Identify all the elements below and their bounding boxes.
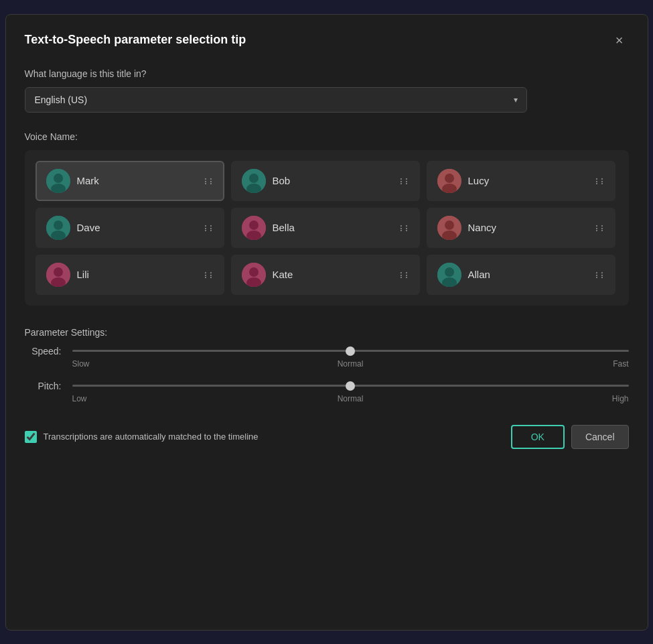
voice-name-allan: Allan — [468, 269, 490, 280]
svg-point-4 — [249, 174, 259, 183]
ok-button[interactable]: OK — [511, 425, 565, 449]
voice-card-allan[interactable]: Allan ⫶⫶ — [427, 255, 615, 295]
speed-label: Speed: — [25, 346, 62, 357]
waveform-icon-allan: ⫶⫶ — [594, 269, 605, 280]
svg-point-19 — [54, 267, 63, 277]
speed-label-slow: Slow — [72, 359, 258, 369]
pitch-label-high: High — [443, 394, 629, 403]
transcription-checkbox-label[interactable]: Transcriptions are automatically matched… — [25, 431, 259, 443]
speed-label-normal: Normal — [258, 359, 443, 369]
svg-point-13 — [249, 220, 259, 230]
param-section-label: Parameter Settings: — [25, 327, 629, 338]
voice-name-lili: Lili — [77, 269, 89, 280]
svg-point-1 — [54, 174, 63, 183]
waveform-icon-lili: ⫶⫶ — [203, 269, 214, 280]
avatar-nancy — [437, 216, 461, 240]
close-button[interactable]: × — [610, 31, 629, 50]
footer-buttons: OK Cancel — [511, 425, 629, 449]
voice-section-label: Voice Name: — [25, 131, 629, 142]
voice-name-nancy: Nancy — [468, 222, 497, 233]
language-select[interactable]: English (US) English (UK) Spanish French… — [25, 87, 527, 113]
voice-card-nancy[interactable]: Nancy ⫶⫶ — [427, 208, 615, 248]
pitch-label-normal: Normal — [258, 394, 443, 403]
voice-name-kate: Kate — [273, 269, 293, 280]
voice-card-bob[interactable]: Bob ⫶⫶ — [231, 161, 420, 201]
voice-name-bob: Bob — [273, 175, 291, 186]
waveform-icon-bob: ⫶⫶ — [398, 176, 409, 186]
voice-card-lili[interactable]: Lili ⫶⫶ — [35, 255, 224, 295]
tts-dialog: Text-to-Speech parameter selection tip ×… — [5, 14, 648, 631]
voice-name-lucy: Lucy — [468, 175, 490, 186]
language-label: What language is this title in? — [25, 68, 629, 79]
avatar-kate — [242, 263, 266, 287]
voice-grid: Mark ⫶⫶ Bob ⫶⫶ — [35, 161, 618, 295]
avatar-allan — [437, 263, 461, 287]
voice-name-mark: Mark — [77, 175, 99, 186]
svg-point-10 — [54, 220, 63, 230]
language-section: What language is this title in? English … — [25, 68, 629, 113]
avatar-mark — [46, 169, 70, 193]
dialog-title: Text-to-Speech parameter selection tip — [25, 33, 246, 47]
speed-labels: Slow Normal Fast — [72, 359, 629, 369]
waveform-icon-bella: ⫶⫶ — [398, 222, 409, 233]
avatar-lili — [46, 263, 70, 287]
speed-row: Speed: — [25, 346, 629, 357]
voice-grid-container: Mark ⫶⫶ Bob ⫶⫶ — [25, 150, 629, 306]
pitch-labels: Low Normal High — [72, 394, 629, 403]
voice-name-dave: Dave — [77, 222, 100, 233]
transcription-label-text: Transcriptions are automatically matched… — [44, 432, 259, 442]
voice-card-bella[interactable]: Bella ⫶⫶ — [231, 208, 420, 248]
param-section: Parameter Settings: Speed: Slow Normal F… — [25, 327, 629, 403]
transcription-checkbox[interactable] — [25, 431, 37, 443]
svg-point-22 — [249, 267, 259, 277]
pitch-label: Pitch: — [25, 381, 62, 391]
svg-point-16 — [445, 220, 454, 230]
waveform-icon-nancy: ⫶⫶ — [594, 222, 605, 233]
dialog-footer: Transcriptions are automatically matched… — [25, 425, 629, 449]
waveform-icon-dave: ⫶⫶ — [203, 222, 214, 233]
waveform-icon-kate: ⫶⫶ — [398, 269, 409, 280]
speed-label-fast: Fast — [443, 359, 629, 369]
speed-slider[interactable] — [72, 350, 629, 352]
dialog-header: Text-to-Speech parameter selection tip × — [25, 31, 629, 50]
voice-card-mark[interactable]: Mark ⫶⫶ — [35, 161, 224, 201]
avatar-bella — [242, 216, 266, 240]
voice-name-bella: Bella — [273, 222, 295, 233]
language-select-container: English (US) English (UK) Spanish French… — [25, 87, 527, 113]
svg-point-25 — [445, 267, 454, 277]
pitch-row: Pitch: — [25, 381, 629, 391]
waveform-icon-lucy: ⫶⫶ — [594, 176, 605, 186]
svg-point-7 — [445, 174, 454, 183]
pitch-slider[interactable] — [72, 385, 629, 387]
avatar-dave — [46, 216, 70, 240]
voice-section: Voice Name: Mark ⫶⫶ — [25, 131, 629, 306]
voice-card-kate[interactable]: Kate ⫶⫶ — [231, 255, 420, 295]
voice-card-dave[interactable]: Dave ⫶⫶ — [35, 208, 224, 248]
voice-card-lucy[interactable]: Lucy ⫶⫶ — [427, 161, 615, 201]
avatar-bob — [242, 169, 266, 193]
waveform-icon-mark: ⫶⫶ — [203, 176, 214, 186]
avatar-lucy — [437, 169, 461, 193]
cancel-button[interactable]: Cancel — [571, 425, 629, 449]
pitch-label-low: Low — [72, 394, 258, 403]
